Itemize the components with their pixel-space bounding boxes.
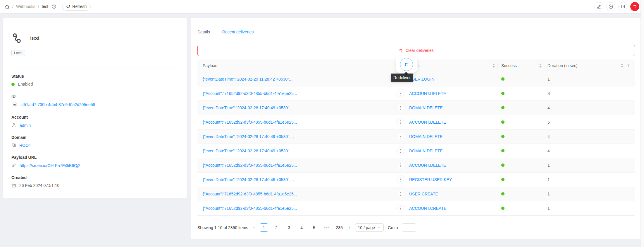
event-link[interactable]: ACCOUNT.DELETE <box>407 91 497 96</box>
sort-icon[interactable] <box>621 64 624 68</box>
success-status-dot <box>501 178 504 181</box>
row-actions-button[interactable]: ⋮ <box>397 147 405 155</box>
next-page-button[interactable] <box>348 226 351 229</box>
payload-link[interactable]: {"eventDateTime":"2024-02-28 17:40:49 +0… <box>197 149 395 153</box>
breadcrumb-current: test <box>42 4 49 9</box>
success-cell <box>497 149 544 153</box>
event-link[interactable]: USER.LOGIN <box>407 77 497 81</box>
payload-link[interactable]: {"Account":"71652d92-d3f0-4855-b6d1-4fa1… <box>197 120 395 125</box>
refresh-button[interactable]: Refresh <box>62 3 91 11</box>
question-circle-icon[interactable] <box>51 4 56 9</box>
tab-recent-deliveries[interactable]: Recent deliveries <box>222 30 254 39</box>
event-link[interactable]: DOMAIN.DELETE <box>407 105 497 110</box>
event-link[interactable]: ACCOUNT.CREATE <box>407 206 497 211</box>
success-cell <box>497 134 544 139</box>
page-title: test <box>30 35 39 42</box>
disable-webhook-button[interactable] <box>606 2 615 11</box>
success-status-dot <box>501 207 504 210</box>
success-status-dot <box>501 135 504 138</box>
pagination-page[interactable]: 2 <box>272 223 281 232</box>
sort-icon[interactable] <box>492 64 495 68</box>
edit-webhook-button[interactable] <box>594 2 603 11</box>
created-value: 26 Feb 2024 07:51:10 <box>19 183 59 188</box>
row-actions-button[interactable]: ⋮ <box>397 104 405 112</box>
field-label: Domain <box>11 135 178 140</box>
breadcrumb-webhooks[interactable]: Webhooks <box>16 4 35 9</box>
goto-page-input[interactable] <box>402 223 416 232</box>
deliveries-table: Payload Event Success Duration (in sec) <box>197 59 635 216</box>
row-actions-button[interactable]: ⋮ <box>397 132 405 141</box>
page-size-value: 10 / page <box>358 225 375 230</box>
success-cell <box>497 91 544 96</box>
filter-icon[interactable] <box>626 64 630 68</box>
row-actions-button[interactable]: ⋮ <box>397 204 405 212</box>
previous-page-button[interactable] <box>252 226 256 229</box>
sort-icon[interactable] <box>539 64 542 68</box>
home-icon[interactable] <box>5 4 10 9</box>
duration-value: 1 <box>544 77 635 81</box>
table-row: {"Account":"71652d92-d3f0-4855-b6d1-4fa1… <box>197 201 635 216</box>
event-link[interactable]: ACCOUNT.DELETE <box>407 120 497 125</box>
event-link[interactable]: ACCOUNT.DELETE <box>407 163 497 168</box>
status-value: Enabled <box>18 82 33 86</box>
field-label: Status <box>11 74 178 79</box>
table-row: {"eventDateTime":"2024-02-28 17:40:46 +0… <box>197 173 635 187</box>
vertical-scrollbar[interactable] <box>640 0 644 247</box>
field-account: Account admin <box>11 115 178 128</box>
webhook-details-card: test Local Status Enabled ID cf51afd7-73… <box>2 18 187 198</box>
payload-url-link[interactable]: https://smee.io/C9LPa7Ei3iB6Qj2 <box>20 163 80 168</box>
success-status-dot <box>501 120 504 124</box>
pagination-page[interactable]: 4 <box>297 223 306 232</box>
success-cell <box>497 163 544 168</box>
payload-link[interactable]: {"Account":"71652d92-d3f0-4855-b6d1-4fa1… <box>197 163 395 168</box>
duration-value: 4 <box>544 134 635 139</box>
link-icon <box>11 163 16 168</box>
tab-details[interactable]: Details <box>197 30 210 39</box>
payload-link[interactable]: {"Account":"71652d92-d3f0-4855-b6d1-4fa1… <box>197 206 395 211</box>
column-header-duration[interactable]: Duration (in sec) <box>544 59 635 72</box>
field-label: Payload URL <box>11 155 178 160</box>
domain-link[interactable]: ROOT <box>19 143 31 148</box>
test-delivery-button[interactable] <box>618 2 627 11</box>
payload-link[interactable]: {"Account":"71652d92-d3f0-4855-b6d1-4fa1… <box>197 192 395 196</box>
success-cell <box>497 120 544 125</box>
column-header-success[interactable]: Success <box>497 59 544 72</box>
payload-link[interactable]: {"eventDateTime":"2024-02-29 11:28:42 +0… <box>197 77 395 81</box>
event-link[interactable]: DOMAIN.DELETE <box>407 149 497 153</box>
account-link[interactable]: admin <box>20 123 31 128</box>
event-link[interactable]: DOMAIN.DELETE <box>407 134 497 139</box>
edit-icon <box>597 4 601 9</box>
row-actions-button[interactable]: ⋮ <box>397 161 405 169</box>
pagination-page[interactable]: 1 <box>260 223 268 232</box>
duration-value: 4 <box>544 105 635 110</box>
pagination-page[interactable]: 3 <box>285 223 293 232</box>
payload-link[interactable]: {"eventDateTime":"2024-02-28 17:40:49 +0… <box>197 105 395 110</box>
success-status-dot <box>501 77 504 81</box>
page-size-select[interactable]: 10 / page <box>355 223 384 232</box>
success-status-dot <box>501 149 504 152</box>
field-payload-url: Payload URL https://smee.io/C9LPa7Ei3iB6… <box>11 155 178 168</box>
pagination-page[interactable]: ••• <box>323 223 331 232</box>
row-actions-cell: ⋮ <box>395 190 407 198</box>
row-actions-button[interactable]: ⋮ <box>397 89 405 98</box>
redeliver-button[interactable] <box>400 58 413 71</box>
column-header-event[interactable]: Event <box>407 59 497 72</box>
table-row: {"eventDateTime":"2024-02-28 17:40:49 +0… <box>197 101 635 115</box>
row-actions-button[interactable]: ⋮ <box>397 118 405 126</box>
delete-webhook-button[interactable] <box>630 2 639 11</box>
block-icon <box>11 143 16 148</box>
breadcrumb-separator: / <box>12 4 13 9</box>
clear-deliveries-button[interactable]: Clear deliveries <box>197 45 635 56</box>
payload-link[interactable]: {"eventDateTime":"2024-02-28 17:40:46 +0… <box>197 177 395 182</box>
event-link[interactable]: REGISTER.USER.KEY <box>407 177 497 182</box>
payload-link[interactable]: {"Account":"71652d92-d3f0-4855-b6d1-4fa1… <box>197 91 395 96</box>
column-header-payload: Payload <box>197 59 407 72</box>
pagination-page[interactable]: 235 <box>335 223 344 232</box>
success-cell <box>497 105 544 110</box>
event-link[interactable]: USER.CREATE <box>407 192 497 196</box>
row-actions-button[interactable]: ⋮ <box>397 176 405 184</box>
pagination-page[interactable]: 5 <box>310 223 318 232</box>
row-actions-button[interactable]: ⋮ <box>397 190 405 198</box>
payload-link[interactable]: {"eventDateTime":"2024-02-28 17:40:49 +0… <box>197 134 395 139</box>
webhook-id-link[interactable]: cf51afd7-730b-4db4-87e9-f0a2d205ee58 <box>20 102 95 107</box>
